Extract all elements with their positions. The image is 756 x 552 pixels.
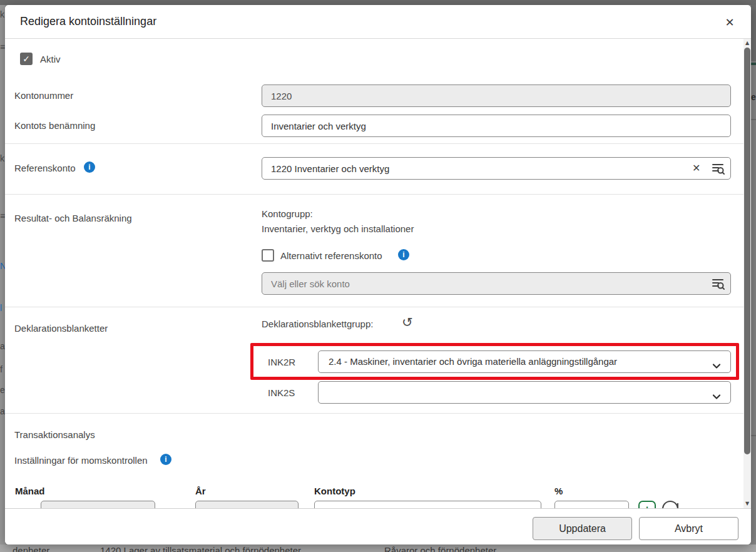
column-header-year: År <box>195 486 206 497</box>
month-input[interactable] <box>41 501 155 508</box>
chevron-down-icon <box>712 357 722 373</box>
plus-icon: + <box>644 503 651 508</box>
backdrop-fragment: k <box>0 10 4 19</box>
ink2r-selected-value: 2.4 - Maskiner, inventarier och övriga m… <box>329 356 617 367</box>
divider <box>5 194 743 195</box>
year-input[interactable] <box>195 501 299 508</box>
dialog-title: Redigera kontoinställningar <box>20 15 156 28</box>
divider <box>5 413 743 414</box>
backdrop-bottom-row: denheter 1420 Lager av tillsatsmaterial … <box>0 544 756 552</box>
backdrop-right: e <box>751 5 756 544</box>
history-icon[interactable] <box>662 501 678 508</box>
vat-control-settings-label: Inställningar för momskontrollen <box>14 455 148 466</box>
info-icon[interactable]: i <box>398 249 409 260</box>
backdrop-top <box>0 0 756 5</box>
check-icon: ✓ <box>23 54 30 64</box>
declaration-form-group-label: Deklarationsblankettgrupp: <box>262 319 373 330</box>
account-search-input[interactable] <box>262 272 731 295</box>
clear-icon[interactable]: ✕ <box>692 162 700 174</box>
account-number-input[interactable] <box>262 84 731 107</box>
active-checkbox-label: Aktiv <box>40 54 61 65</box>
account-name-label: Kontots benämning <box>14 120 95 131</box>
info-icon[interactable]: i <box>84 161 95 173</box>
alternative-reference-checkbox[interactable] <box>262 249 274 262</box>
backdrop-left: k ≡ k ≡ N l a f e a <box>0 5 5 544</box>
backdrop-fragment: ≡ <box>0 43 5 51</box>
dialog-body: ✓ Aktiv Kontonummer Kontots benämning Re… <box>5 5 751 508</box>
backdrop-text: denheter <box>13 545 49 552</box>
add-row-button[interactable]: + <box>638 501 656 508</box>
ink2r-select[interactable]: 2.4 - Maskiner, inventarier och övriga m… <box>318 350 731 373</box>
column-header-month: Månad <box>15 486 45 497</box>
scroll-down-arrow-icon[interactable]: ▼ <box>743 499 751 508</box>
alternative-reference-label: Alternativt referenskonto <box>280 250 382 262</box>
account-type-input[interactable] <box>314 501 541 508</box>
dialog-header: Redigera kontoinställningar ✕ <box>5 5 751 39</box>
account-number-label: Kontonummer <box>14 90 73 101</box>
backdrop-fragment: ≡ <box>0 212 5 220</box>
backdrop-line <box>751 435 756 436</box>
result-balance-label: Resultat- och Balansräkning <box>14 213 132 224</box>
backdrop-fragment: a <box>0 342 5 350</box>
dialog-footer: Uppdatera Avbryt <box>5 508 751 544</box>
account-group-value: Inventarier, verktyg och installationer <box>262 223 414 235</box>
undo-icon[interactable]: ↺ <box>402 315 413 329</box>
ink2s-label: INK2S <box>268 387 295 399</box>
cancel-button[interactable]: Avbryt <box>639 517 738 540</box>
column-header-account-type: Kontotyp <box>314 486 355 497</box>
reference-account-label: Referenskonto <box>14 163 76 174</box>
info-icon[interactable]: i <box>160 454 171 465</box>
account-name-input[interactable] <box>262 115 731 137</box>
chevron-down-icon <box>712 388 722 404</box>
backdrop-fragment: e <box>0 386 5 394</box>
account-group-label: Kontogrupp: <box>262 208 313 220</box>
column-header-percent: % <box>554 486 563 497</box>
transaction-analysis-label: Transaktionsanalys <box>14 429 95 441</box>
percent-input[interactable] <box>554 501 629 508</box>
backdrop-text: 1420 Lager av tillsatsmaterial och förnö… <box>100 545 301 552</box>
backdrop-block <box>751 5 756 61</box>
backdrop-fragment: l <box>0 304 2 312</box>
backdrop-fragment: a <box>0 407 5 416</box>
backdrop-fragment: e <box>751 93 756 101</box>
edit-account-settings-dialog: ✓ Aktiv Kontonummer Kontots benämning Re… <box>5 5 751 544</box>
scroll-up-arrow-icon[interactable]: ▲ <box>743 39 751 48</box>
backdrop-line <box>751 119 756 120</box>
search-list-icon[interactable] <box>711 161 725 178</box>
ink2r-label: INK2R <box>268 357 295 368</box>
backdrop-fragment: f <box>0 365 3 374</box>
reference-account-input[interactable] <box>262 157 731 180</box>
search-list-icon[interactable] <box>711 277 725 293</box>
ink2s-select[interactable] <box>318 381 731 404</box>
backdrop-fragment: N <box>0 262 5 270</box>
backdrop-text: Råvaror och förnödenheter <box>384 545 496 552</box>
vertical-scrollbar[interactable]: ▲ ▼ <box>743 39 751 508</box>
close-button[interactable]: ✕ <box>721 13 738 31</box>
backdrop-fragment: k <box>0 154 4 163</box>
divider <box>5 307 743 307</box>
update-button[interactable]: Uppdatera <box>533 517 632 540</box>
backdrop-green-line <box>751 63 756 65</box>
scrollbar-thumb[interactable] <box>744 48 750 454</box>
divider <box>5 143 743 144</box>
active-checkbox[interactable]: ✓ <box>20 53 33 65</box>
declaration-forms-label: Deklarationsblanketter <box>14 323 108 334</box>
